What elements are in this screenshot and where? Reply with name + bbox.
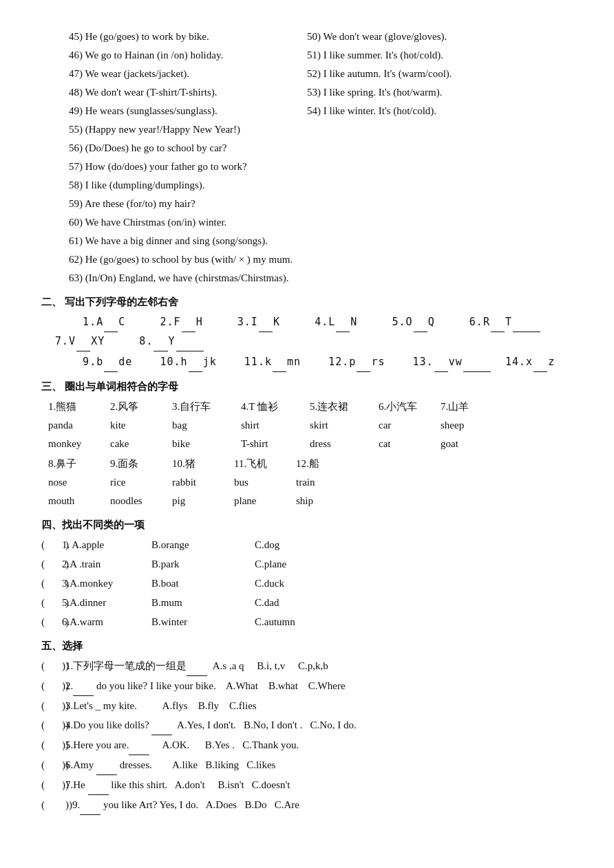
q7: ( ) )7.He like this shirt. A.don't B.isn… (41, 776, 573, 795)
item-57: 57) How (do/does) your father go to work… (41, 158, 573, 176)
item-47: 47) We wear (jackets/jacket). (41, 65, 307, 83)
section-5-title: 五、选择 (41, 637, 573, 655)
q5: ( ) )5.Here you are. A.OK. B.Yes . C.Tha… (41, 736, 573, 755)
header-row-7: 1.熊猫 2.风筝 3.自行车 4.T 恤衫 5.连衣裙 6.小汽车 7.山羊 (48, 398, 573, 416)
item-53: 53) I like spring. It's (hot/warm). (307, 83, 573, 102)
item-45: 45) He (go/goes) to work by bike. (41, 28, 307, 46)
item-46: 46) We go to Hainan (in /on) holiday. (41, 46, 307, 65)
section-3: 三、 圈出与单词相符合的字母 1.熊猫 2.风筝 3.自行车 4.T 恤衫 5.… (41, 378, 573, 510)
section-2-title: 二、 写出下列字母的左邻右舍 (41, 293, 573, 312)
item-52: 52) I like autumn. It's (warm/cool). (307, 65, 573, 83)
item-51: 51) I like summer. It's (hot/cold). (307, 46, 573, 65)
q3: ( ) )3.Let's _ my kite. A.flys B.fly C.f… (41, 697, 573, 715)
word-row-2: monkey cake bike T-shirt dress cat goat (48, 435, 573, 453)
section-5: 五、选择 ( ) )1.下列字母一笔成的一组是 A.s ,a q B.i, t,… (41, 637, 573, 815)
mc-item-6: ( ) 6.A.warm B.winter C.autumn (41, 613, 573, 631)
q9: ( ) )9. you like Art? Yes, I do. A.Does … (41, 796, 573, 815)
q1: ( ) )1.下列字母一笔成的一组是 A.s ,a q B.i, t,v C.p… (41, 657, 573, 676)
item-60: 60) We have Chirstmas (on/in) winter. (41, 213, 573, 232)
col-right: 50) We don't wear (glove/gloves). 51) I … (307, 28, 573, 120)
word-row-3: nose rice rabbit bus train (48, 473, 573, 492)
word-row-1: panda kite bag shirt skirt car sheep (48, 416, 573, 435)
two-col-exercises: 45) He (go/goes) to work by bike. 46) We… (41, 28, 573, 120)
item-61: 61) We have a big dinner and sing (song/… (41, 232, 573, 250)
item-50: 50) We don't wear (glove/gloves). (307, 28, 573, 46)
section-4-title: 四、找出不同类的一项 (41, 516, 573, 534)
letter-row-1: 1.A C 2.F H 3.I K 4.L N 5.O Q 6.R T 7.V … (41, 313, 573, 351)
header-row-5: 8.鼻子 9.面条 10.猪 11.飞机 12.船 (48, 455, 573, 473)
item-56: 56) (Do/Does) he go to school by car? (41, 139, 573, 158)
item-59: 59) Are these (for/to) my hair? (41, 195, 573, 213)
mc-item-2: ( ) 2.A .train B.park C.plane (41, 555, 573, 574)
mc-item-1: ( ) 1. A.apple B.orange C.dog (41, 536, 573, 554)
item-58: 58) I like (dumpling/dumplings). (41, 176, 573, 195)
item-55: 55) (Happy new year!/Happy New Year!) (41, 120, 573, 139)
item-48: 48) We don't wear (T-shirt/T-shirts). (41, 83, 307, 102)
word-row-4: mouth noodles pig plane ship (48, 492, 573, 510)
word-table-7: 1.熊猫 2.风筝 3.自行车 4.T 恤衫 5.连衣裙 6.小汽车 7.山羊 … (48, 398, 573, 510)
section-3-title: 三、 圈出与单词相符合的字母 (41, 378, 573, 396)
item-62: 62) He (go/goes) to school by bus (with/… (41, 250, 573, 269)
q2: ( ) )2. do you like? I like your bike. A… (41, 677, 573, 696)
letter-row-2: 9.b de 10.h jk 11.k mn 12.p rs 13. vw 14… (41, 353, 573, 372)
q6: ( ) )6.Amy dresses. A.like B.liking C.li… (41, 756, 573, 775)
section-4: 四、找出不同类的一项 ( ) 1. A.apple B.orange C.dog… (41, 516, 573, 631)
mc-item-5: ( ) 5.A.dinner B.mum C.dad (41, 594, 573, 612)
col-left: 45) He (go/goes) to work by bike. 46) We… (41, 28, 307, 120)
section-2: 二、 写出下列字母的左邻右舍 1.A C 2.F H 3.I K 4.L N 5… (41, 293, 573, 372)
q4: ( ) )4.Do you like dolls? A.Yes, I don't… (41, 716, 573, 735)
mc-item-3: ( ) 3.A.monkey B.boat C.duck (41, 574, 573, 593)
item-49: 49) He wears (sunglasses/sunglass). (41, 102, 307, 120)
section-1: 45) He (go/goes) to work by bike. 46) We… (41, 28, 573, 287)
item-54: 54) I like winter. It's (hot/cold). (307, 102, 573, 120)
item-63: 63) (In/On) England, we have (chirstmas/… (41, 269, 573, 287)
